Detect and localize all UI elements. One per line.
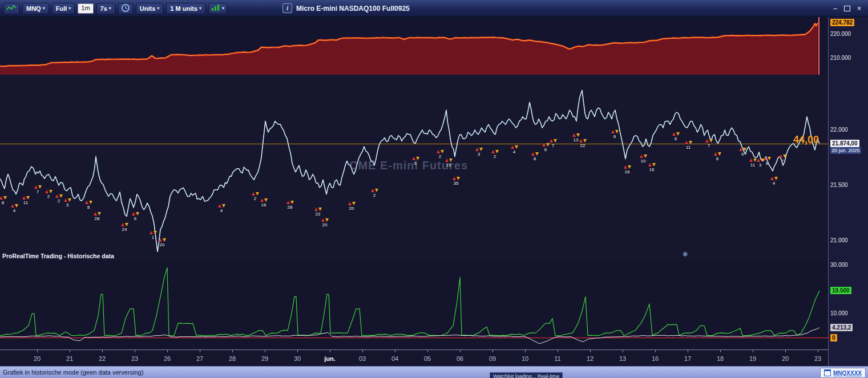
window-icon <box>824 369 831 376</box>
status-message: Grafiek in historische mode (geen data v… <box>0 369 143 376</box>
date-label: 11 <box>554 355 560 362</box>
instrument-link-box[interactable]: MNQXXXX <box>820 368 866 378</box>
window-controls: – × <box>833 5 865 12</box>
status-bar: Grafiek in historische mode (geen data v… <box>0 366 868 378</box>
axis-tick <box>525 350 526 352</box>
axis-tick <box>655 350 656 352</box>
axis-label: 210.000 <box>830 54 851 62</box>
units-value-label: 1 M units <box>170 5 197 12</box>
instrument-dropdown[interactable]: MNQ ▾ <box>22 3 49 14</box>
date-label: 13 <box>619 355 626 362</box>
date-label: jun. <box>324 355 336 362</box>
average-price-value: 44,00 <box>793 134 819 146</box>
axis-tick <box>265 350 265 352</box>
chevron-down-icon: ▾ <box>109 6 111 11</box>
axis-tick <box>70 350 70 352</box>
axis-tick <box>330 350 330 352</box>
date-label: 30 <box>294 355 301 362</box>
axis-label: 21.500 <box>830 181 848 189</box>
axis-label: 22.000 <box>830 126 848 133</box>
axis-label: 0 <box>830 334 837 342</box>
date-label: 05 <box>424 355 431 362</box>
date-label: 23 <box>814 355 821 362</box>
chevron-down-icon: ▾ <box>199 6 201 11</box>
titlebar: MNQ ▾ Full ▾ 1m 7s ▾ Units ▾ 1 M units ▾ <box>0 0 868 17</box>
date-label: 16 <box>652 355 659 362</box>
date-label: 29 <box>261 355 268 362</box>
exchange-watermark: CME E-mini Futures <box>349 159 468 172</box>
window-title: Micro E-mini NASDAQ100 Full0925 <box>296 5 410 13</box>
axis-tick <box>590 350 591 352</box>
mini-chart-icon <box>6 5 17 13</box>
date-label: 20 <box>782 355 789 362</box>
axis-label: 10.000 <box>830 310 848 317</box>
axis-tick <box>753 350 753 352</box>
axis-label: 4.213,2 <box>830 324 853 331</box>
chevron-down-icon: ▾ <box>157 6 159 11</box>
axis-label: 224.782 <box>830 19 854 26</box>
minimize-button[interactable]: – <box>833 5 837 12</box>
axis-tick <box>623 350 623 352</box>
instrument-link[interactable]: MNQXXXX <box>833 370 862 376</box>
close-button[interactable]: × <box>857 5 861 12</box>
axis-tick <box>460 350 461 352</box>
units-value-dropdown[interactable]: 1 M units ▾ <box>166 3 205 14</box>
date-label: 28 <box>229 355 236 362</box>
axis-tick <box>167 350 168 352</box>
date-label: 21 <box>66 355 73 362</box>
axis-label: 220.000 <box>830 30 851 38</box>
axis-tick <box>720 350 721 352</box>
indicator-panel[interactable] <box>0 261 828 349</box>
axis-tick <box>688 350 688 352</box>
chart-region: CME E-mini Futures 44,00 ❄ ProRealTime T… <box>0 17 868 366</box>
axis-label: 20 jun. 2025 <box>830 147 861 154</box>
refresh-label: 7s <box>100 5 107 12</box>
axis-tick <box>427 350 428 352</box>
axis-tick <box>297 350 298 352</box>
chevron-down-icon: ▾ <box>222 6 224 11</box>
date-label: 19 <box>749 355 756 362</box>
candlestick-icon <box>211 4 220 13</box>
overview-cursor-line[interactable] <box>818 17 819 75</box>
quote-list-button[interactable] <box>3 3 19 14</box>
axis-tick <box>395 350 395 352</box>
session-overview-panel[interactable] <box>0 17 828 75</box>
chart-style-dropdown[interactable]: ▾ <box>208 3 227 14</box>
units-label: Units <box>140 5 156 12</box>
date-label: 10 <box>522 355 528 362</box>
time-axis[interactable]: 202122232627282930jun.030405060910111213… <box>0 349 828 367</box>
maximize-button[interactable] <box>844 6 850 11</box>
date-label: 12 <box>587 355 594 362</box>
range-dropdown[interactable]: Full ▾ <box>52 3 75 14</box>
date-label: 04 <box>391 355 398 362</box>
date-label: 27 <box>196 355 203 362</box>
session-overview-chart[interactable] <box>0 17 828 75</box>
info-icon[interactable]: i <box>282 3 292 13</box>
frozen-data-icon[interactable]: ❄ <box>683 250 688 258</box>
date-label: 18 <box>717 355 724 362</box>
date-label: 03 <box>359 355 366 362</box>
axis-label: 19.500 <box>830 287 851 294</box>
date-label: 09 <box>489 355 496 362</box>
refresh-rate-dropdown[interactable]: 7s ▾ <box>96 3 115 14</box>
axis-tick <box>200 350 200 352</box>
price-axis[interactable]: 224.782220.000210.00022.00021.874,0020 j… <box>828 17 868 366</box>
clock-button[interactable] <box>118 3 133 14</box>
axis-tick <box>37 350 38 352</box>
axis-tick <box>102 350 103 352</box>
units-dropdown[interactable]: Units ▾ <box>136 3 164 14</box>
range-label: Full <box>56 5 67 12</box>
price-chart-panel[interactable]: CME E-mini Futures 44,00 ❄ ProRealTime T… <box>0 75 828 261</box>
instrument-label: MNQ <box>26 5 41 12</box>
date-label: 22 <box>99 355 106 362</box>
window-title-group: i Micro E-mini NASDAQ100 Full0925 <box>282 3 410 13</box>
timeframe-input[interactable]: 1m <box>78 3 93 14</box>
date-label: 20 <box>34 355 41 362</box>
axis-tick <box>135 350 135 352</box>
date-label: 06 <box>457 355 463 362</box>
axis-tick <box>558 350 558 352</box>
indicator-chart-canvas[interactable] <box>0 261 828 349</box>
trading-window: MNQ ▾ Full ▾ 1m 7s ▾ Units ▾ 1 M units ▾ <box>0 0 868 378</box>
date-label: 17 <box>684 355 691 362</box>
axis-label: 21.874,00 <box>830 140 859 147</box>
